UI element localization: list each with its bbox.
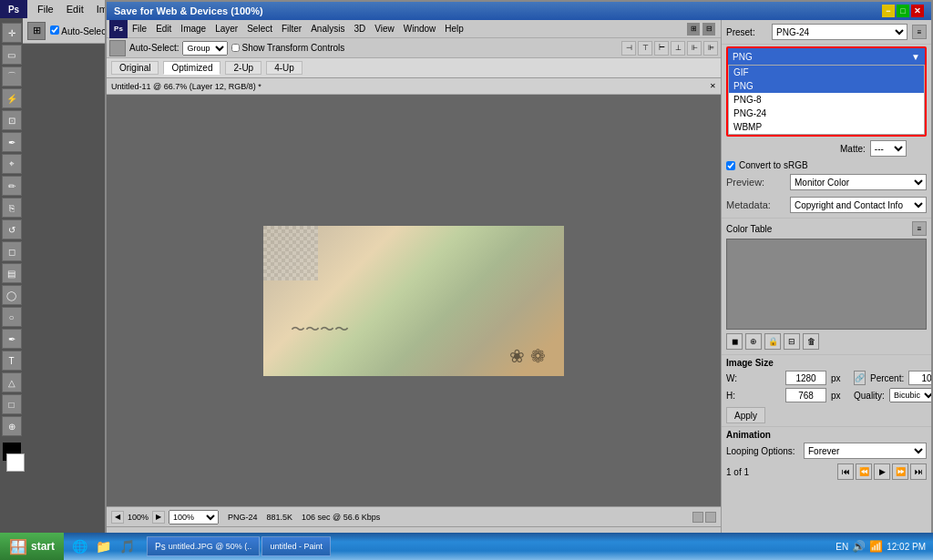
inner-align-btn-4[interactable]: ⊥: [671, 41, 685, 56]
anim-prev-btn[interactable]: ⏪: [856, 463, 872, 480]
percent-input[interactable]: [908, 371, 931, 385]
anim-first-btn[interactable]: ⏮: [837, 463, 854, 480]
inner-menu-view[interactable]: View: [370, 22, 399, 36]
type-tool[interactable]: T: [2, 351, 22, 371]
inner-ps-logo: Ps: [109, 20, 128, 38]
ct-btn-1[interactable]: ◼: [726, 333, 743, 350]
view-controls: [692, 512, 716, 523]
width-input[interactable]: [785, 371, 826, 385]
zoom-select[interactable]: 100%: [169, 510, 219, 524]
anim-last-btn[interactable]: ⏭: [910, 463, 927, 480]
tab-original[interactable]: Original: [111, 61, 159, 75]
background-color[interactable]: [6, 453, 25, 472]
nav-next-btn[interactable]: ▶: [152, 511, 165, 524]
move-tool[interactable]: ✛: [2, 23, 22, 43]
preset-menu-btn[interactable]: ≡: [912, 25, 927, 39]
doc-close-btn[interactable]: ✕: [710, 82, 716, 90]
dodge-tool[interactable]: ○: [2, 307, 22, 327]
auto-select-checkbox[interactable]: [50, 25, 59, 35]
zoom-tool[interactable]: ⊕: [2, 416, 22, 436]
eraser-tool[interactable]: ◻: [2, 241, 22, 261]
tab-4up[interactable]: 4-Up: [266, 61, 302, 75]
media-icon[interactable]: 🎵: [116, 535, 138, 557]
taskbar-task-paint[interactable]: untitled - Paint: [261, 536, 331, 556]
ct-btn-3[interactable]: 🔒: [764, 333, 781, 350]
inner-align-btn-3[interactable]: ⊢: [654, 41, 669, 56]
inner-auto-select-dropdown[interactable]: Group: [182, 41, 228, 56]
inner-align-btn-6[interactable]: ⊫: [703, 41, 718, 56]
nav-controls: ◀ 100% ▶ 100%: [111, 510, 219, 524]
apply-size-button[interactable]: Apply: [726, 407, 765, 423]
view-ctrl-2[interactable]: [705, 512, 716, 523]
inner-menu-help[interactable]: Help: [440, 22, 468, 36]
color-table-section: Color Table ≡ ◼ ⊕ 🔒 ⊟ 🗑: [722, 218, 931, 354]
pen-tool[interactable]: ✒: [2, 329, 22, 349]
close-button[interactable]: ✕: [911, 5, 924, 17]
image-size-section: Image Size W: px 🔗 Percent: % H: px Qual…: [722, 354, 931, 426]
format-option-wbmp[interactable]: WBMP: [729, 120, 924, 134]
clone-tool[interactable]: ⎘: [2, 198, 22, 218]
start-button[interactable]: 🪟 start: [0, 533, 64, 560]
inner-menu-file[interactable]: File: [128, 22, 151, 36]
tab-optimized[interactable]: Optimized: [163, 61, 220, 75]
brush-tool[interactable]: ✏: [2, 176, 22, 196]
inner-menu-edit[interactable]: Edit: [151, 22, 176, 36]
metadata-dropdown[interactable]: Copyright and Contact Info: [790, 197, 927, 213]
anim-play-btn[interactable]: ▶: [874, 463, 890, 480]
magic-wand-tool[interactable]: ⚡: [2, 88, 22, 108]
marquee-tool[interactable]: ▭: [2, 45, 22, 65]
gradient-tool[interactable]: ▤: [2, 263, 22, 283]
stat-format: PNG-24: [228, 513, 258, 522]
convert-srgb-checkbox[interactable]: [726, 161, 735, 170]
history-brush-tool[interactable]: ↺: [2, 219, 22, 239]
inner-menu-image[interactable]: Image: [176, 22, 210, 36]
preset-dropdown[interactable]: PNG-24 GIF PNG-8 JPEG WBMP: [772, 24, 907, 40]
ct-btn-2[interactable]: ⊕: [745, 333, 762, 350]
crop-tool[interactable]: ⊡: [2, 110, 22, 130]
quality-dropdown[interactable]: Bicubic: [889, 388, 931, 402]
looping-dropdown[interactable]: Forever: [804, 443, 927, 459]
ct-btn-4[interactable]: ⊟: [784, 333, 800, 350]
format-selected[interactable]: PNG ▼: [728, 48, 925, 65]
color-table-menu-btn[interactable]: ≡: [912, 221, 927, 236]
shape-tool[interactable]: □: [2, 394, 22, 414]
stat-time: 106 sec @ 56.6 Kbps: [302, 513, 380, 522]
inner-menu-layer[interactable]: Layer: [210, 22, 242, 36]
color-table-label: Color Table: [726, 224, 772, 234]
ie-icon[interactable]: 🌐: [68, 535, 90, 557]
folder-icon[interactable]: 📁: [92, 535, 114, 557]
menu-file[interactable]: File: [32, 2, 59, 16]
preview-dropdown[interactable]: Monitor Color: [790, 174, 927, 190]
heal-tool[interactable]: ⌖: [2, 154, 22, 174]
view-ctrl-1[interactable]: [692, 512, 703, 523]
ct-btn-5[interactable]: 🗑: [803, 333, 819, 350]
inner-align-btn-2[interactable]: ⊤: [638, 41, 652, 56]
minimize-button[interactable]: −: [882, 5, 895, 17]
inner-menu-window[interactable]: Window: [399, 22, 441, 36]
path-tool[interactable]: △: [2, 372, 22, 392]
format-option-png24[interactable]: PNG-24: [729, 107, 924, 120]
taskbar-task-photoshop[interactable]: Ps untitled.JPG @ 50% (..: [147, 536, 260, 556]
inner-menu-analysis[interactable]: Analysis: [306, 22, 349, 36]
inner-menu-filter[interactable]: Filter: [277, 22, 306, 36]
nav-prev-btn[interactable]: ◀: [111, 511, 124, 524]
inner-align-btn-5[interactable]: ⊩: [687, 41, 702, 56]
maximize-button[interactable]: □: [897, 5, 909, 17]
anim-next-btn[interactable]: ⏩: [892, 463, 908, 480]
height-input[interactable]: [785, 388, 826, 402]
eyedropper-tool[interactable]: ✒: [2, 132, 22, 152]
inner-menu-select[interactable]: Select: [242, 22, 277, 36]
format-option-png8[interactable]: PNG-8: [729, 93, 924, 107]
lasso-tool[interactable]: ⌒: [2, 66, 22, 87]
matte-dropdown[interactable]: ---: [870, 140, 907, 157]
tab-2up[interactable]: 2-Up: [225, 61, 261, 75]
menu-edit[interactable]: Edit: [61, 2, 89, 16]
inner-menu-3d[interactable]: 3D: [349, 22, 370, 36]
canvas-image: 〜〜〜〜 ❀ ❁: [263, 226, 564, 376]
volume-icon[interactable]: 🔊: [852, 540, 866, 553]
inner-transform-checkbox[interactable]: [231, 44, 240, 52]
inner-align-btn-1[interactable]: ⊣: [621, 41, 636, 56]
blur-tool[interactable]: ◯: [2, 285, 22, 305]
format-option-gif[interactable]: GIF: [729, 66, 924, 79]
format-option-png[interactable]: PNG: [729, 79, 924, 93]
